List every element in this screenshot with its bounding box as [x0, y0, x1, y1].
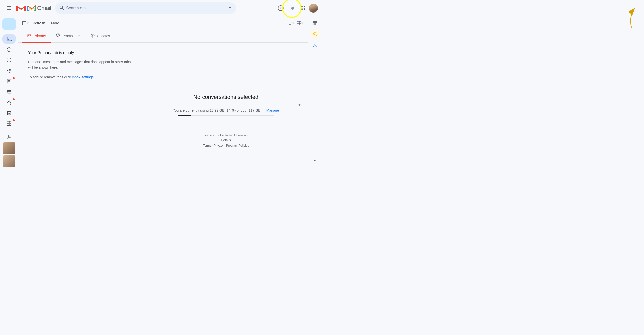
important-badge: [13, 98, 15, 100]
right-edge-contacts[interactable]: [310, 40, 320, 50]
sort-dropdown-arrow: ▾: [292, 21, 294, 25]
svg-rect-43: [299, 21, 301, 23]
tab-promotions[interactable]: Promotions: [51, 30, 85, 43]
settings-button[interactable]: [287, 3, 297, 13]
manage-storage-link[interactable]: Manage: [266, 108, 279, 112]
footer-area: Last account activity: 1 hour ago Detail…: [144, 133, 308, 147]
svg-rect-29: [7, 90, 11, 93]
privacy-link[interactable]: Privacy: [214, 144, 223, 147]
view-options-button[interactable]: ▾: [296, 18, 304, 28]
header: Gmail ?: [0, 0, 322, 16]
primary-tab-label: Primary: [34, 34, 46, 38]
select-dropdown-arrow[interactable]: ▾: [27, 21, 29, 25]
sidebar-item-trash[interactable]: [2, 108, 16, 118]
svg-rect-1: [7, 8, 11, 8]
storage-bar-fill: [178, 115, 191, 116]
promotions-tab-label: Promotions: [62, 34, 80, 38]
help-button[interactable]: ?: [276, 3, 286, 13]
search-icon-button[interactable]: [59, 5, 64, 11]
svg-point-17: [304, 9, 305, 10]
svg-rect-45: [299, 23, 301, 25]
svg-point-38: [8, 135, 10, 137]
svg-rect-35: [9, 121, 11, 123]
sidebar-divider: [4, 130, 14, 130]
promotions-tab-icon: [56, 33, 60, 39]
sidebar-item-inbox[interactable]: [2, 34, 16, 44]
compose-button[interactable]: [2, 18, 16, 30]
terms-link[interactable]: Terms: [203, 144, 211, 147]
gmail-logo-text: Gmail: [37, 5, 51, 11]
account-avatar[interactable]: [309, 4, 318, 13]
svg-point-59: [314, 44, 316, 45]
empty-state-body1: Personal messages and messages that don'…: [28, 59, 134, 70]
right-edge-tasks[interactable]: [310, 29, 320, 39]
content-area: ▾ Refresh More ▾: [18, 16, 308, 168]
empty-state-body2-prefix: To add or remove tabs click: [28, 75, 72, 79]
svg-rect-34: [7, 121, 9, 123]
more-button[interactable]: More: [49, 20, 61, 27]
updates-tab-icon: [90, 33, 95, 39]
details-link[interactable]: Details: [144, 138, 308, 142]
view-dropdown-arrow: ▾: [301, 21, 303, 25]
inbox-settings-link[interactable]: inbox settings: [72, 75, 94, 79]
updates-tab-label: Updates: [97, 34, 110, 38]
sidebar-bottom: [3, 142, 15, 168]
svg-point-23: [8, 60, 9, 60]
search-dropdown-button[interactable]: [228, 6, 232, 11]
right-edge-panel: 31: [308, 16, 322, 168]
sidebar-item-avatar2[interactable]: [3, 155, 15, 168]
main-layout: ▾ Refresh More ▾: [0, 16, 322, 168]
separator1: ·: [211, 144, 214, 147]
refresh-button[interactable]: Refresh: [31, 20, 47, 27]
no-conversations-title: No conversations selected: [193, 94, 258, 100]
program-policies-link[interactable]: Program Policies: [226, 144, 249, 147]
conversation-panel: No conversations selected You are curren…: [144, 43, 308, 168]
sidebar-item-snoozed[interactable]: [2, 45, 16, 55]
empty-state-body2: To add or remove tabs click inbox settin…: [28, 74, 134, 80]
svg-rect-0: [7, 6, 11, 7]
inbox-tabs: Primary Promotions: [18, 30, 308, 43]
sidebar-item-meet[interactable]: [2, 132, 16, 142]
svg-point-10: [302, 6, 303, 7]
add-button[interactable]: +: [295, 101, 304, 110]
apps-button[interactable]: [298, 3, 308, 13]
sidebar: [0, 16, 18, 168]
toolbar: ▾ Refresh More ▾: [18, 16, 308, 30]
sidebar-item-important[interactable]: [2, 97, 16, 107]
sidebar-item-drafts[interactable]: [2, 76, 16, 86]
right-edge-expand[interactable]: [310, 155, 320, 165]
search-input[interactable]: [66, 6, 226, 10]
footer-links: Terms · Privacy · Program Policies: [144, 144, 308, 147]
sidebar-item-buzz[interactable]: [2, 55, 16, 65]
primary-tab-icon: [27, 33, 32, 39]
svg-point-15: [301, 9, 302, 10]
svg-point-16: [302, 9, 303, 10]
gmail-logo: Gmail: [16, 5, 51, 12]
svg-rect-20: [7, 40, 11, 41]
svg-rect-2: [7, 9, 11, 10]
sidebar-item-sent[interactable]: [2, 66, 16, 76]
svg-rect-44: [297, 23, 299, 25]
tab-updates[interactable]: Updates: [85, 30, 115, 43]
toolbar-right: ▾ ▾: [287, 18, 304, 28]
sidebar-item-avatar1[interactable]: [3, 142, 15, 154]
sidebar-item-labels[interactable]: [2, 87, 16, 97]
sort-button[interactable]: ▾: [287, 18, 295, 28]
select-all-checkbox[interactable]: [22, 21, 26, 25]
right-edge-calendar[interactable]: 31: [310, 18, 320, 28]
storage-text: You are currently using 16.92 GB (14 %) …: [173, 108, 262, 112]
tab-primary[interactable]: Primary: [22, 30, 51, 43]
svg-point-52: [92, 36, 93, 37]
separator2: ·: [224, 144, 226, 147]
svg-point-24: [9, 60, 10, 60]
header-right: ?: [276, 3, 318, 13]
svg-point-11: [304, 6, 305, 7]
sidebar-item-categories[interactable]: [2, 118, 16, 129]
svg-point-58: [313, 32, 317, 36]
svg-line-6: [62, 8, 64, 10]
email-list-area: Your Primary tab is empty. Personal mess…: [18, 43, 308, 168]
last-activity-text: Last account activity: 1 hour ago: [144, 133, 308, 137]
svg-rect-31: [8, 111, 11, 115]
svg-rect-36: [7, 124, 9, 125]
hamburger-menu-button[interactable]: [4, 3, 14, 13]
